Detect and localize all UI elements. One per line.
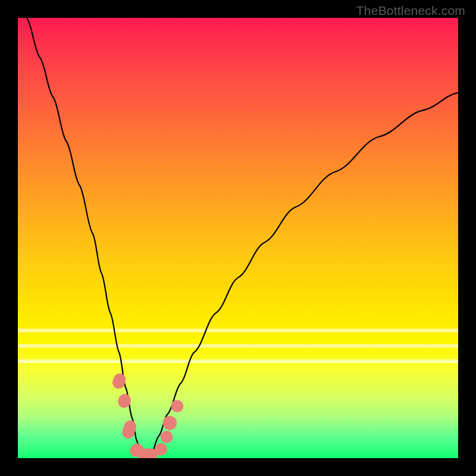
- data-capsule: [138, 449, 158, 458]
- data-point: [171, 400, 184, 412]
- data-point: [155, 443, 167, 456]
- highlight-band: [18, 328, 458, 332]
- right-curve: [150, 93, 458, 458]
- data-point: [162, 416, 177, 430]
- left-curve: [27, 18, 141, 458]
- plot-area: [18, 18, 458, 458]
- highlight-band: [18, 359, 458, 363]
- watermark-text: TheBottleneck.com: [356, 4, 465, 18]
- data-point: [161, 431, 173, 443]
- outer-frame: TheBottleneck.com: [0, 0, 476, 476]
- curves-svg: [18, 18, 458, 458]
- data-capsule: [111, 372, 127, 390]
- highlight-band: [18, 344, 458, 347]
